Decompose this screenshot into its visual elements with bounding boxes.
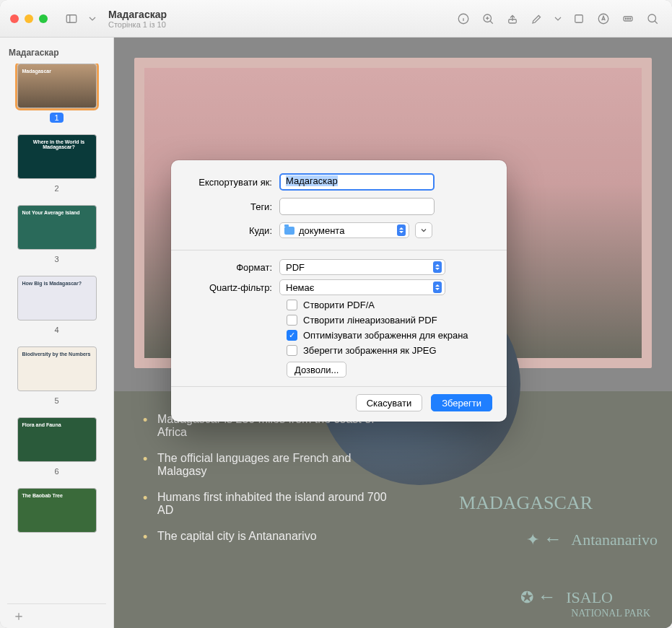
thumbnail-number: 1 — [50, 113, 63, 123]
svg-line-6 — [490, 21, 493, 24]
star-icon: ✦ — [526, 531, 539, 549]
optimize-images-checkbox[interactable] — [287, 330, 297, 341]
format-select[interactable]: PDF — [279, 259, 445, 275]
svg-line-17 — [655, 21, 658, 24]
zoom-window-icon[interactable] — [39, 14, 48, 23]
svg-point-16 — [648, 14, 656, 22]
svg-point-15 — [629, 18, 631, 19]
titlebar: Мадагаскар Сторінка 1 із 10 — [0, 0, 672, 38]
svg-point-14 — [627, 18, 629, 19]
pdfa-checkbox[interactable] — [287, 300, 297, 310]
where-label: Куди: — [186, 225, 279, 236]
pdfa-label: Створити PDF/A — [303, 300, 375, 310]
export-as-label: Експортувати як: — [186, 177, 279, 188]
save-as-jpeg-checkbox[interactable] — [287, 345, 297, 356]
thumbnail-number: 2 — [50, 183, 63, 193]
thumbnail-item[interactable]: Not Your Average Island 3 — [7, 205, 106, 264]
sidebar-title: Мадагаскар — [9, 48, 105, 58]
tags-label: Теги: — [186, 201, 279, 212]
crop-icon[interactable] — [570, 9, 588, 28]
select-stepper-icon — [433, 282, 442, 293]
text-style-icon[interactable] — [594, 9, 613, 28]
star-icon: ✪ — [520, 588, 533, 606]
export-filename-input[interactable]: Мадагаскар — [279, 173, 435, 191]
bullet-item: Humans first inhabited the island around… — [143, 491, 403, 517]
chevron-down-icon[interactable] — [552, 9, 564, 28]
bullet-item: The official languages are French and Ma… — [143, 452, 403, 478]
document-title-block: Мадагаскар Сторінка 1 із 10 — [108, 9, 167, 29]
thumbnail-item[interactable]: Where in the World is Madagascar? 2 — [7, 134, 106, 193]
thumbnail-item[interactable]: Biodiversity by the Numbers 5 — [7, 346, 106, 406]
close-window-icon[interactable] — [10, 14, 19, 23]
search-icon[interactable] — [643, 9, 662, 28]
thumbnail-number: 4 — [50, 325, 63, 335]
expand-browser-button[interactable] — [415, 222, 432, 238]
sidebar-toggle-icon[interactable] — [62, 9, 81, 28]
more-icon[interactable] — [619, 9, 637, 28]
save-button[interactable]: Зберегти — [431, 394, 492, 411]
svg-rect-10 — [575, 14, 583, 22]
export-dialog: Експортувати як: Мадагаскар Теги: Куди: … — [171, 160, 507, 422]
window-controls — [10, 14, 48, 23]
where-select[interactable]: документа — [279, 222, 409, 238]
add-page-button[interactable] — [7, 603, 106, 628]
select-stepper-icon — [397, 224, 406, 236]
linearized-checkbox[interactable] — [287, 315, 297, 326]
svg-rect-0 — [66, 14, 77, 22]
arrow-icon: ← — [538, 586, 557, 607]
cancel-button[interactable]: Скасувати — [356, 394, 423, 411]
thumbnail-list[interactable]: Madagascar 1 Where in the World is Madag… — [7, 64, 106, 603]
thumbnail-number: 3 — [50, 254, 63, 264]
folder-icon — [284, 227, 294, 235]
info-icon[interactable] — [454, 9, 473, 28]
zoom-icon[interactable] — [479, 9, 497, 28]
svg-point-13 — [625, 18, 627, 19]
quartz-filter-select[interactable]: Немає — [279, 279, 445, 295]
save-as-jpeg-label: Зберегти зображення як JPEG — [303, 345, 437, 356]
chevron-down-icon[interactable] — [87, 9, 98, 28]
bullet-list: Madagascar is 250 miles from the coast o… — [143, 413, 403, 543]
page-indicator: Сторінка 1 із 10 — [108, 20, 167, 29]
thumbnail-item[interactable]: The Baobab Tree — [7, 488, 106, 533]
thumbnail-item[interactable]: How Big is Madagascar? 4 — [7, 276, 106, 335]
hand-label-country: MADAGASCAR — [459, 492, 593, 514]
thumbnail-number: 5 — [50, 396, 63, 406]
thumbnail-sidebar: Мадагаскар Madagascar 1 Where in the Wor… — [0, 38, 114, 628]
thumbnail-item[interactable]: Madagascar 1 — [7, 64, 106, 123]
linearized-label: Створити лінеаризований PDF — [303, 315, 437, 326]
markup-icon[interactable] — [528, 9, 546, 28]
tags-input[interactable] — [279, 198, 435, 215]
thumbnail-number: 6 — [50, 466, 63, 476]
slide-lower: Madagascar is 250 miles from the coast o… — [114, 391, 672, 628]
optimize-images-label: Оптимізувати зображення для екрана — [303, 330, 468, 341]
minimize-window-icon[interactable] — [25, 14, 33, 23]
permissions-button[interactable]: Дозволи... — [287, 362, 346, 378]
thumbnail-item[interactable]: Flora and Fauna 6 — [7, 417, 106, 476]
select-stepper-icon — [433, 261, 442, 273]
hand-label-capital: ✦ ← Antananarivo — [526, 528, 658, 550]
arrow-icon: ← — [544, 528, 562, 549]
hand-label-park: ✪ ← ISALO NATIONAL PARK — [520, 586, 650, 619]
quartz-filter-label: Quartz-фільтр: — [186, 282, 279, 293]
document-title: Мадагаскар — [108, 9, 167, 20]
format-label: Формат: — [186, 262, 279, 273]
bullet-item: The capital city is Antananarivo — [143, 530, 403, 543]
share-icon[interactable] — [503, 9, 522, 28]
